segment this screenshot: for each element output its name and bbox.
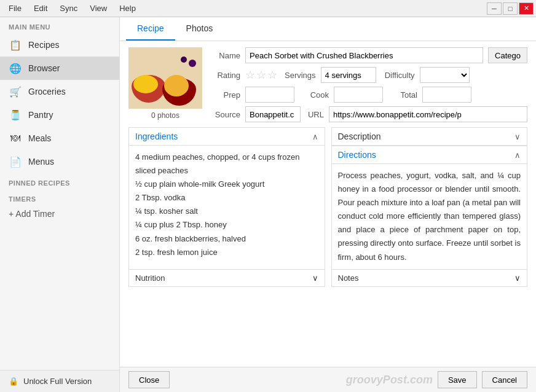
pinned-label: PINNED RECIPES bbox=[0, 173, 119, 189]
meals-icon: 🍽 bbox=[9, 131, 22, 145]
directions-body: Process peaches, yogurt, vodka, salt, an… bbox=[332, 164, 527, 269]
sidebar-item-pantry[interactable]: 🫙 Pantry bbox=[0, 103, 119, 127]
ingredient-7: 2 tsp. fresh lemon juice bbox=[135, 246, 318, 259]
recipe-image bbox=[128, 47, 202, 109]
minimize-button[interactable]: ─ bbox=[487, 2, 502, 15]
star-1[interactable]: ☆ bbox=[245, 68, 255, 82]
main-menu-label: MAIN MENU bbox=[0, 17, 119, 33]
ingredient-1: 4 medium peaches, chopped, or 4 cups fro… bbox=[135, 151, 318, 178]
save-button[interactable]: Save bbox=[438, 371, 477, 388]
cook-label: Cook bbox=[299, 90, 329, 100]
sidebar-item-browser[interactable]: 🌐 Browser bbox=[0, 57, 119, 80]
bottom-left: Close bbox=[128, 371, 170, 388]
rating-stars[interactable]: ☆ ☆ ☆ bbox=[245, 68, 277, 82]
recipe-content: 0 photos Name Catego Rating ☆ bbox=[120, 41, 536, 367]
difficulty-select[interactable]: Easy Medium Hard bbox=[420, 67, 470, 83]
cook-input[interactable] bbox=[334, 87, 383, 103]
time-row: Prep Cook Total bbox=[211, 87, 527, 103]
description-collapse-icon[interactable]: ∨ bbox=[514, 132, 521, 141]
sidebar-item-label: Recipes bbox=[28, 40, 60, 50]
directions-text: Process peaches, yogurt, vodka, salt, an… bbox=[338, 169, 521, 264]
category-button[interactable]: Catego bbox=[488, 47, 527, 63]
directions-panel-header: Directions ∧ bbox=[332, 146, 527, 164]
directions-title: Directions bbox=[338, 150, 376, 160]
prep-input[interactable] bbox=[245, 87, 294, 103]
sidebar-item-label: Meals bbox=[28, 133, 51, 143]
notes-panel: Notes ∨ bbox=[332, 269, 527, 286]
lock-icon: 🔒 bbox=[9, 377, 18, 386]
ingredients-collapse-icon[interactable]: ∧ bbox=[312, 132, 318, 141]
servings-input[interactable] bbox=[321, 67, 376, 83]
sidebar-item-label: Browser bbox=[28, 63, 60, 73]
sidebar-item-meals[interactable]: 🍽 Meals bbox=[0, 127, 119, 150]
total-label: Total bbox=[388, 90, 417, 100]
menu-edit[interactable]: Edit bbox=[28, 1, 53, 15]
source-label: Source bbox=[211, 110, 240, 119]
top-section: 0 photos Name Catego Rating ☆ bbox=[128, 47, 527, 122]
ingredient-2: ½ cup plain whole-milk Greek yogurt bbox=[135, 178, 318, 191]
tab-photos[interactable]: Photos bbox=[175, 17, 224, 41]
ingredients-panel-header: Ingredients ∧ bbox=[129, 128, 325, 146]
window-controls: ─ □ ✕ bbox=[487, 2, 534, 15]
total-input[interactable] bbox=[422, 87, 471, 103]
ingredients-title: Ingredients bbox=[135, 131, 178, 141]
sidebar-item-groceries[interactable]: 🛒 Groceries bbox=[0, 80, 119, 103]
menu-bar: File Edit Sync View Help ─ □ ✕ bbox=[0, 0, 536, 17]
nutrition-title: Nutrition bbox=[135, 273, 165, 283]
tab-recipe[interactable]: Recipe bbox=[126, 17, 175, 41]
menu-file[interactable]: File bbox=[2, 1, 28, 15]
ingredients-body: 4 medium peaches, chopped, or 4 cups fro… bbox=[129, 146, 325, 269]
recipes-icon: 📋 bbox=[9, 38, 22, 52]
sidebar-item-recipes[interactable]: 📋 Recipes bbox=[0, 33, 119, 57]
url-label: URL bbox=[305, 110, 324, 119]
ingredient-5: ¼ cup plus 2 Tbsp. honey bbox=[135, 218, 318, 232]
sidebar-item-label: Groceries bbox=[28, 87, 66, 96]
sidebar-item-menus[interactable]: 📄 Menus bbox=[0, 150, 119, 173]
rating-servings-row: Rating ☆ ☆ ☆ Servings Difficulty Easy M bbox=[211, 67, 527, 83]
notes-expand-icon[interactable]: ∨ bbox=[514, 273, 521, 283]
nutrition-row[interactable]: Nutrition ∨ bbox=[129, 270, 325, 286]
servings-label: Servings bbox=[285, 71, 316, 80]
menu-sync[interactable]: Sync bbox=[53, 1, 84, 15]
ingredients-panel: Ingredients ∧ 4 medium peaches, chopped,… bbox=[128, 127, 325, 287]
menu-view[interactable]: View bbox=[84, 1, 113, 15]
restore-button[interactable]: □ bbox=[503, 2, 518, 15]
timers-label: TIMERS bbox=[0, 189, 119, 205]
menus-icon: 📄 bbox=[9, 155, 22, 168]
difficulty-label: Difficulty bbox=[381, 71, 415, 80]
recipe-fields: Name Catego Rating ☆ ☆ ☆ Servings bbox=[211, 47, 527, 122]
menu-help[interactable]: Help bbox=[113, 1, 142, 15]
name-input[interactable] bbox=[245, 47, 483, 63]
sidebar-item-label: Pantry bbox=[28, 110, 53, 120]
close-window-button[interactable]: ✕ bbox=[519, 2, 534, 15]
groceries-icon: 🛒 bbox=[9, 85, 22, 98]
directions-collapse-icon[interactable]: ∧ bbox=[514, 151, 521, 160]
description-title: Description bbox=[338, 131, 381, 141]
browser-icon: 🌐 bbox=[9, 61, 22, 75]
app-body: MAIN MENU 📋 Recipes 🌐 Browser 🛒 Grocerie… bbox=[0, 17, 536, 392]
notes-row[interactable]: Notes ∨ bbox=[332, 270, 527, 286]
close-button[interactable]: Close bbox=[128, 371, 170, 388]
cancel-button[interactable]: Cancel bbox=[482, 371, 527, 388]
nutrition-panel: Nutrition ∨ bbox=[129, 269, 325, 286]
unlock-label: Unlock Full Version bbox=[23, 377, 92, 386]
bottom-right: groovyPost.com Save Cancel bbox=[346, 371, 527, 388]
bottom-bar: Close groovyPost.com Save Cancel bbox=[120, 367, 536, 392]
unlock-button[interactable]: 🔒 Unlock Full Version bbox=[0, 370, 119, 392]
photo-count: 0 photos bbox=[151, 111, 179, 120]
star-3[interactable]: ☆ bbox=[267, 68, 277, 82]
sidebar: MAIN MENU 📋 Recipes 🌐 Browser 🛒 Grocerie… bbox=[0, 17, 120, 392]
source-input[interactable] bbox=[245, 106, 301, 122]
add-timer-button[interactable]: + Add Timer bbox=[0, 205, 119, 222]
pantry-icon: 🫙 bbox=[9, 108, 22, 122]
notes-title: Notes bbox=[338, 273, 359, 283]
rating-label: Rating bbox=[211, 71, 240, 80]
url-input[interactable] bbox=[329, 106, 527, 122]
sidebar-item-label: Menus bbox=[28, 157, 54, 167]
star-2[interactable]: ☆ bbox=[256, 68, 266, 82]
nutrition-expand-icon[interactable]: ∨ bbox=[312, 273, 318, 283]
recipe-image-box: 0 photos bbox=[128, 47, 202, 122]
name-label: Name bbox=[211, 51, 240, 60]
watermark: groovyPost.com bbox=[346, 374, 433, 386]
content-area: Recipe Photos 0 photos bbox=[120, 17, 536, 392]
